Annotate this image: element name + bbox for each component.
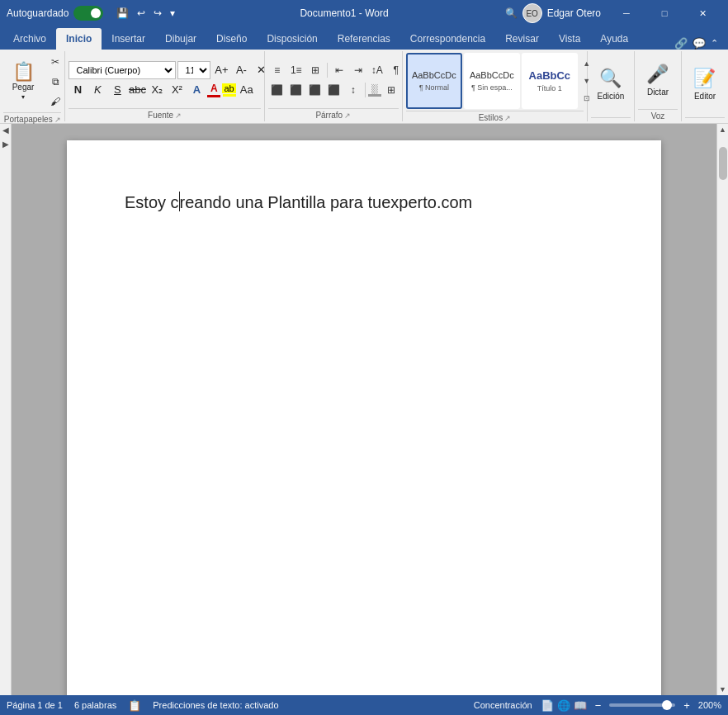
left-bar-icon-1[interactable]: ◀ [2, 125, 9, 135]
zoom-level[interactable]: 200% [698, 700, 721, 710]
doc-page: Estoy creando una Plantilla para tuexper… [67, 140, 661, 695]
justify-button[interactable]: ⬛ [325, 81, 343, 99]
edicion-button[interactable]: 🔍 Edición [591, 57, 631, 111]
align-center-button[interactable]: ⬛ [287, 81, 305, 99]
style-normal[interactable]: AaBbCcDc ¶ Normal [406, 53, 462, 109]
para-row-1: ≡ 1≡ ⊞ ⇤ ⇥ ↕A ¶ [268, 61, 405, 79]
zoom-thumb[interactable] [662, 700, 672, 710]
scroll-down-button[interactable]: ▼ [717, 684, 729, 695]
highlight-button[interactable]: ab [222, 83, 235, 97]
sort-button[interactable]: ↕A [368, 61, 386, 79]
redo-icon[interactable]: ↪ [154, 7, 162, 19]
tab-dibujar[interactable]: Dibujar [155, 28, 206, 50]
tab-referencias[interactable]: Referencias [328, 28, 400, 50]
portapapeles-expand-icon[interactable]: ↗ [54, 116, 61, 124]
styles-gallery: AaBbCcDc ¶ Normal AaBbCcDc ¶ Sin espa...… [406, 53, 593, 109]
left-bar-icon-2[interactable]: ▶ [2, 140, 9, 149]
style-sin-espacio[interactable]: AaBbCcDc ¶ Sin espa... [464, 53, 520, 109]
focus-mode[interactable]: Concentración [474, 700, 532, 710]
numbering-button[interactable]: 1≡ [287, 61, 305, 79]
zoom-minus-button[interactable]: − [595, 699, 602, 712]
align-right-button[interactable]: ⬛ [306, 81, 324, 99]
bullets-button[interactable]: ≡ [268, 61, 286, 79]
zoom-slider[interactable] [609, 703, 675, 707]
tab-vista[interactable]: Vista [549, 28, 590, 50]
doc-scroll[interactable]: Estoy creando una Plantilla para tuexper… [12, 124, 716, 695]
bold-button[interactable]: N [69, 81, 87, 99]
edicion-label: Edición [598, 92, 625, 101]
tab-diseno[interactable]: Diseño [206, 28, 257, 50]
line-spacing-button[interactable]: ↕ [344, 81, 362, 99]
zoom-plus-button[interactable]: + [683, 699, 690, 712]
copy-button[interactable]: ⧉ [46, 73, 64, 91]
status-left: Página 1 de 1 6 palabras 📋 Predicciones … [7, 699, 279, 712]
autosave-toggle[interactable] [73, 6, 103, 21]
parrafo-inner: ≡ 1≡ ⊞ ⇤ ⇥ ↕A ¶ ⬛ ⬛ ⬛ ⬛ ↕ ░ [268, 61, 405, 99]
strikethrough-button[interactable]: abc [128, 81, 146, 99]
ribbon-comment-icon[interactable]: 💬 [693, 37, 706, 50]
editor-button[interactable]: 📝 Editor [685, 57, 725, 111]
superscript-button[interactable]: X² [168, 81, 186, 99]
multilevel-button[interactable]: ⊞ [306, 61, 324, 79]
doc-text[interactable]: Estoy creando una Plantilla para tuexper… [125, 190, 603, 215]
indent-increase-button[interactable]: ⇥ [349, 61, 367, 79]
avatar[interactable]: EO [522, 3, 542, 23]
tab-disposicion[interactable]: Disposición [257, 28, 327, 50]
search-icon[interactable]: 🔍 [505, 7, 518, 19]
ribbon-share-icon[interactable]: 🔗 [674, 37, 688, 50]
borders-button[interactable]: ⊞ [382, 81, 400, 99]
tab-correspondencia[interactable]: Correspondencia [400, 28, 495, 50]
dropdown-icon[interactable]: ▾ [170, 7, 175, 19]
tab-insertar[interactable]: Insertar [102, 28, 155, 50]
tab-inicio[interactable]: Inicio [56, 28, 102, 50]
edicion-group-label [591, 117, 631, 120]
minimize-button[interactable]: ─ [607, 0, 645, 26]
scroll-up-button[interactable]: ▲ [717, 124, 729, 135]
fuente-expand-icon[interactable]: ↗ [175, 111, 182, 120]
parrafo-expand-icon[interactable]: ↗ [344, 111, 351, 120]
ribbon-collapse-icon[interactable]: ⌃ [711, 38, 718, 49]
estilos-expand-icon[interactable]: ↗ [504, 114, 511, 122]
edicion-content: 🔍 Edición [591, 53, 631, 116]
font-color-button[interactable]: A [207, 83, 220, 97]
font-size-down-button[interactable]: A- [232, 61, 250, 79]
word-count[interactable]: 6 palabras [74, 700, 116, 710]
predictions-text[interactable]: Predicciones de texto: activado [153, 700, 278, 710]
para-sep-2 [365, 83, 366, 97]
fuente-label: Fuente ↗ [69, 108, 260, 120]
fuente-label-text: Fuente [148, 111, 173, 120]
shading-button[interactable]: ░ [368, 83, 381, 97]
spell-check-icon[interactable]: 📋 [128, 699, 141, 712]
style-titulo1[interactable]: AaBbCc Título 1 [522, 53, 578, 109]
style-sin-espacio-label: ¶ Sin espa... [471, 83, 513, 92]
change-case-button[interactable]: Aa [238, 81, 256, 99]
view-icon-reading[interactable]: 📖 [574, 699, 587, 712]
save-icon[interactable]: 💾 [116, 7, 129, 19]
tab-revisar[interactable]: Revisar [495, 28, 549, 50]
close-button[interactable]: ✕ [683, 0, 721, 26]
cut-button[interactable]: ✂ [46, 53, 64, 71]
align-left-button[interactable]: ⬛ [268, 81, 286, 99]
tab-archivo[interactable]: Archivo [3, 28, 56, 50]
tab-ayuda[interactable]: Ayuda [590, 28, 638, 50]
indent-decrease-button[interactable]: ⇤ [330, 61, 348, 79]
user-area: 🔍 EO Edgar Otero [505, 3, 601, 23]
maximize-button[interactable]: □ [645, 0, 683, 26]
font-size-up-button[interactable]: A+ [212, 61, 230, 79]
voz-content: 🎤 Dictar [638, 53, 678, 107]
undo-icon[interactable]: ↩ [137, 7, 145, 19]
dictar-button[interactable]: 🎤 Dictar [638, 53, 678, 107]
italic-button[interactable]: K [88, 81, 106, 99]
font-name-select[interactable]: Calibri (Cuerpo) [69, 61, 176, 79]
font-size-select[interactable]: 11 [177, 61, 210, 79]
paste-button[interactable]: 📋 Pegar ▾ [3, 54, 43, 109]
format-painter-button[interactable]: 🖌 [46, 92, 64, 111]
text-effects-button[interactable]: A [187, 81, 206, 99]
view-icon-web[interactable]: 🌐 [557, 699, 570, 712]
underline-button[interactable]: S [108, 81, 126, 99]
page-info[interactable]: Página 1 de 1 [7, 700, 63, 710]
subscript-button[interactable]: X₂ [148, 81, 166, 99]
view-icon-print[interactable]: 📄 [541, 699, 554, 712]
editor-content: 📝 Editor [685, 53, 725, 116]
scroll-thumb-vertical[interactable] [719, 147, 727, 180]
